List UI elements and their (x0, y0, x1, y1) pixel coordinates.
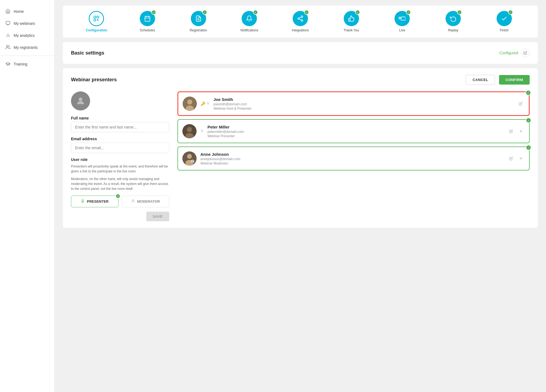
cancel-button[interactable]: CANCEL (466, 75, 495, 85)
moderator-btn-label: MODERATOR (137, 199, 160, 204)
sidebar-item-training[interactable]: Training (0, 58, 54, 70)
wizard-label-finish: Finish (500, 28, 509, 32)
wizard-step-replay[interactable]: ✓ Replay (428, 11, 479, 32)
presenter-actions-joe-smith (517, 100, 524, 107)
basic-settings-title: Basic settings (71, 50, 104, 56)
check-peter-miller: ✓ (526, 118, 531, 123)
wizard-step-configuration[interactable]: Configuration (71, 11, 122, 32)
presenter-actions-anne-johnson (507, 155, 525, 162)
presenter-selected-check: ✓ (115, 194, 120, 199)
wizard-circle-notifications: ✓ (242, 11, 257, 26)
remove-button-peter-miller[interactable] (517, 127, 525, 135)
presenter-info-anne-johnson: Anne Johnson annejohnson@domain.com Webi… (200, 152, 503, 165)
email-input[interactable] (71, 143, 169, 153)
wizard-check-registration: ✓ (202, 10, 207, 15)
svg-point-26 (132, 200, 134, 201)
confirm-button[interactable]: CONFIRM (499, 75, 530, 85)
mic-icon-peter-miller (200, 129, 204, 134)
wizard-label-thank-you: Thank You (343, 28, 359, 32)
wizard-step-schedules[interactable]: ✓ Schedules (122, 11, 173, 32)
wizard-label-live: Live (399, 28, 405, 32)
svg-point-6 (7, 45, 8, 47)
email-label: Email address (71, 137, 169, 141)
svg-rect-8 (97, 16, 99, 18)
wizard-step-finish[interactable]: ✓ Finish (479, 11, 530, 32)
presenter-name-anne-johnson: Anne Johnson (200, 152, 503, 157)
presenter-email-anne-johnson: annejohnson@domain.com (200, 157, 503, 161)
edit-button-anne-johnson[interactable] (507, 155, 515, 162)
edit-button-peter-miller[interactable] (507, 127, 515, 135)
moderator-role-button[interactable]: MODERATOR (122, 196, 169, 207)
sidebar-item-my-analytics-label: My analytics (14, 33, 35, 38)
svg-point-28 (187, 99, 192, 104)
presenter-btn-label: PRESENTER (87, 199, 108, 204)
mic-icon-joe-smith (206, 101, 210, 106)
configured-status: Configured (500, 51, 518, 55)
presenters-title: Webinar presenters (71, 77, 117, 83)
remove-button-anne-johnson[interactable] (517, 155, 525, 162)
avatar-joe-smith (183, 97, 197, 111)
wizard-step-thank-you[interactable]: ✓ Thank You (326, 11, 377, 32)
presenter-actions-peter-miller (507, 127, 525, 135)
key-icon-joe-smith: 🔑 (201, 101, 205, 106)
svg-point-23 (79, 98, 82, 101)
wizard-circle-registration: ✓ (191, 11, 206, 26)
presenter-email-peter-miller: petermiller@domain.com (207, 130, 503, 134)
wizard-check-integrations: ✓ (304, 10, 309, 15)
svg-point-36 (187, 154, 192, 159)
wizard-step-notifications[interactable]: ✓ Notifications (224, 11, 275, 32)
presenter-email-joe-smith: joesmith@domain.com (213, 102, 513, 106)
microphone-icon (81, 199, 85, 204)
sidebar-item-home[interactable]: Home (0, 5, 54, 17)
presenter-info-peter-miller: Peter Miller petermiller@domain.com Webi… (207, 125, 503, 138)
svg-point-20 (301, 20, 303, 21)
check-anne-johnson: ✓ (526, 145, 531, 150)
webinar-presenters-card: Webinar presenters CANCEL CONFIRM Full n… (63, 68, 538, 228)
presenter-role-button[interactable]: PRESENTER ✓ (71, 196, 118, 207)
wizard-check-schedules: ✓ (151, 10, 156, 15)
presenter-card-anne-johnson[interactable]: Anne Johnson annejohnson@domain.com Webi… (177, 146, 530, 170)
sidebar-item-my-registrants-label: My registrants (14, 45, 38, 50)
svg-point-19 (298, 18, 299, 19)
wizard-step-registration[interactable]: ✓ Registration (173, 11, 224, 32)
analytics-icon (5, 33, 11, 38)
wizard-circle-integrations: ✓ (293, 11, 308, 26)
presenter-role-joe-smith: Webinar Host & Presenter (213, 107, 513, 110)
presenter-card-peter-miller[interactable]: Peter Miller petermiller@domain.com Webi… (177, 119, 530, 143)
wizard-label-notifications: Notifications (241, 28, 258, 32)
presenter-icons-joe-smith: 🔑 (201, 101, 210, 106)
svg-point-39 (192, 160, 193, 161)
wizard-step-live[interactable]: ✓ Live (377, 11, 428, 32)
sidebar-divider (0, 56, 54, 56)
registrants-icon (5, 45, 11, 50)
full-name-input[interactable] (71, 122, 169, 132)
wizard-circle-live: ✓ (394, 11, 410, 26)
user-role-title: User role (71, 157, 169, 162)
presenter-role-anne-johnson: Webinar Moderator (200, 161, 503, 165)
wizard-circle-configuration (89, 11, 104, 26)
basic-settings-edit-button[interactable] (521, 49, 530, 57)
svg-point-31 (187, 127, 192, 132)
sidebar-item-my-webinars[interactable]: My webinars (0, 17, 54, 29)
wizard-circle-thank-you: ✓ (344, 11, 359, 26)
svg-rect-40 (192, 162, 194, 163)
wizard-check-notifications: ✓ (253, 10, 258, 15)
presenter-name-joe-smith: Joe Smith (213, 97, 513, 102)
presenters-list: 🔑 Joe Smith joesmith@domain.com Webinar … (177, 91, 530, 221)
presenter-card-joe-smith[interactable]: 🔑 Joe Smith joesmith@domain.com Webinar … (177, 91, 530, 116)
main-content: Configuration ✓ Schedules ✓ Registration… (55, 0, 546, 392)
full-name-group: Full name (71, 116, 169, 132)
wizard-step-integrations[interactable]: ✓ Integrations (275, 11, 326, 32)
presenter-info-joe-smith: Joe Smith joesmith@domain.com Webinar Ho… (213, 97, 513, 110)
wizard-label-integrations: Integrations (292, 28, 309, 32)
webinars-icon (5, 21, 11, 26)
save-button[interactable]: SAVE (146, 212, 169, 221)
presenter-form: Full name Email address User role Presen… (71, 91, 169, 221)
sidebar: Home My webinars My analytics My registr… (0, 0, 55, 392)
sidebar-item-my-analytics[interactable]: My analytics (0, 29, 54, 41)
edit-button-joe-smith[interactable] (517, 100, 524, 107)
wizard-label-replay: Replay (448, 28, 458, 32)
wizard-circle-finish: ✓ (497, 11, 512, 26)
sidebar-item-my-registrants[interactable]: My registrants (0, 41, 54, 53)
email-group: Email address (71, 137, 169, 153)
